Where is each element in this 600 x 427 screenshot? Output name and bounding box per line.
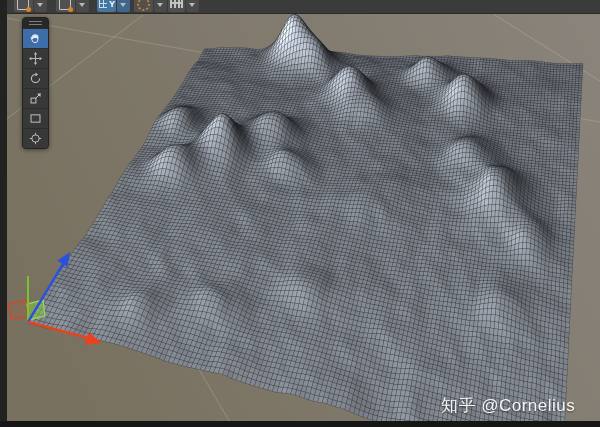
view-hand-tool-button[interactable] bbox=[23, 28, 48, 48]
dropdown-arrow-icon[interactable] bbox=[117, 0, 130, 12]
tool-settings-icon bbox=[17, 0, 29, 10]
transform-gizmo-icon bbox=[29, 132, 42, 145]
rect-icon bbox=[29, 112, 42, 125]
pivot-toggle-button[interactable] bbox=[56, 0, 89, 12]
dropdown-arrow-icon[interactable] bbox=[34, 0, 47, 12]
tool-settings-button[interactable] bbox=[14, 0, 47, 12]
rotate-tool-button[interactable] bbox=[23, 68, 48, 88]
tools-overlay-palette bbox=[22, 17, 49, 149]
hand-icon bbox=[29, 32, 42, 45]
snap-increment-icon bbox=[170, 0, 183, 8]
dropdown-arrow-icon[interactable] bbox=[186, 0, 199, 12]
snap-toggle-button[interactable] bbox=[134, 0, 167, 12]
palette-drag-handle[interactable] bbox=[23, 18, 48, 28]
dropdown-arrow-icon[interactable] bbox=[154, 0, 167, 12]
scene-toolbar: Y bbox=[0, 0, 600, 14]
watermark: 知乎 @Cornelius bbox=[441, 394, 575, 417]
pivot-icon bbox=[59, 0, 71, 10]
window-bottom-border bbox=[0, 421, 600, 427]
snap-magnet-icon bbox=[137, 0, 150, 11]
grid-icon bbox=[99, 0, 107, 8]
rect-tool-button[interactable] bbox=[23, 108, 48, 128]
grid-axis-label: Y bbox=[109, 0, 115, 10]
grid-visibility-button[interactable]: Y bbox=[97, 0, 130, 12]
dropdown-arrow-icon[interactable] bbox=[76, 0, 89, 12]
snap-increment-button[interactable] bbox=[168, 0, 199, 12]
scene-view-window: Y bbox=[0, 0, 600, 427]
move-tool-button[interactable] bbox=[23, 48, 48, 68]
move-icon bbox=[29, 52, 42, 65]
rotate-icon bbox=[29, 72, 42, 85]
window-left-border bbox=[0, 0, 7, 427]
scale-tool-button[interactable] bbox=[23, 88, 48, 108]
scene-viewport-canvas[interactable] bbox=[0, 0, 600, 427]
transform-tool-button[interactable] bbox=[23, 128, 48, 148]
scale-icon bbox=[29, 92, 42, 105]
